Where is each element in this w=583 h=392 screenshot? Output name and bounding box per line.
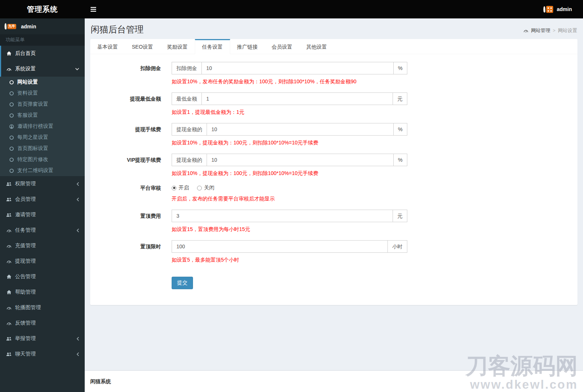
- user-avatar: [543, 6, 553, 13]
- tab-reward-settings[interactable]: 奖励设置: [160, 39, 195, 54]
- withdraw-fee-input-group: 提现金额的%: [172, 123, 407, 136]
- sidebar-item-label: 后台首页: [15, 50, 36, 57]
- sidebar-subitem-invite-ranking-settings[interactable]: 邀请排行榜设置: [0, 121, 85, 132]
- sidebar-toggle-button[interactable]: [85, 0, 102, 18]
- avatar-badge: 九牛: [7, 24, 16, 29]
- sidebar-item-label: 权限管理: [15, 181, 36, 187]
- pin-fee-input-group: 元: [172, 210, 407, 222]
- circle-o-icon: [8, 80, 14, 85]
- tab-promo-link[interactable]: 推广链接: [230, 39, 265, 54]
- sidebar-subitem-label: 首页图标设置: [17, 145, 48, 152]
- sidebar-item-member-mgmt[interactable]: 会员管理: [0, 192, 85, 207]
- chevron-left-icon: [77, 352, 79, 356]
- pin-fee-suffix-addon: 元: [393, 210, 407, 222]
- sidebar-subitem-specific-image-edit[interactable]: 特定图片修改: [0, 154, 85, 165]
- sidebar-item-announcement-mgmt[interactable]: 公告管理: [0, 269, 85, 284]
- top-navbar: 管理系统 admin: [0, 0, 583, 18]
- sidebar-subitem-home-popup-settings[interactable]: 首页弹窗设置: [0, 99, 85, 110]
- radio-icon: [172, 186, 176, 190]
- sidebar-item-label: 帮助管理: [15, 289, 36, 295]
- platform-audit-hint: 开启后，发布的任务需要平台审核后才能显示: [172, 195, 407, 202]
- sidebar-item-chat-mgmt[interactable]: 聊天管理: [0, 346, 85, 362]
- form-row-pin-fee: 置顶费用元如设置15，置顶费用为每小时15元: [90, 210, 577, 233]
- tab-other-settings[interactable]: 其他设置: [299, 39, 334, 54]
- deduct-commission-input[interactable]: [201, 62, 394, 74]
- pin-hours-hint: 如设置5，最多能置顶5个小时: [172, 256, 407, 263]
- sidebar-item-permission-mgmt[interactable]: 权限管理: [0, 176, 85, 192]
- platform-audit-option-0[interactable]: 开启: [172, 185, 189, 191]
- sidebar-avatar: 九牛: [4, 23, 16, 29]
- platform-audit-option-1[interactable]: 关闭: [197, 185, 214, 191]
- circle-o-icon: [8, 102, 14, 107]
- tab-basic-settings[interactable]: 基本设置: [90, 39, 125, 54]
- chevron-left-icon: [77, 197, 79, 202]
- user-menu[interactable]: admin: [543, 6, 583, 13]
- form-row-pin-hours: 置顶限时小时如设置5，最多能置顶5个小时: [90, 240, 577, 263]
- sidebar-item-system-settings[interactable]: 系统设置: [0, 61, 85, 77]
- withdraw-fee-hint: 如设置10%，提现金额为：100元，则扣除100*10%=10元手续费: [172, 139, 407, 146]
- vip-withdraw-fee-hint: 如设置10%，提现金额为：100元，则扣除100*10%=10元手续费: [172, 169, 407, 177]
- user-circle-icon: [8, 124, 14, 129]
- sidebar-subitem-home-icon-settings[interactable]: 首页图标设置: [0, 143, 85, 154]
- radio-option-label: 关闭: [204, 185, 214, 191]
- tab-seo-settings[interactable]: SEO设置: [125, 39, 160, 54]
- sidebar-subitem-label: 支付二维码设置: [17, 167, 53, 174]
- content-wrapper: 闲猫后台管理 网站管理 > 网站设置 基本设置SEO设置奖励设置任务设置推广链接…: [85, 18, 583, 370]
- withdraw-fee-label: 提现手续费: [90, 123, 172, 146]
- withdraw-min-hint: 如设置1，提现最低金额为：1元: [172, 108, 407, 116]
- pin-fee-label: 置顶费用: [90, 210, 172, 233]
- sidebar-item-withdraw-mgmt[interactable]: 提现管理: [0, 253, 85, 269]
- brand-title[interactable]: 管理系统: [0, 0, 85, 18]
- sidebar-user-panel[interactable]: 九牛 admin: [0, 18, 85, 34]
- sidebar-item-label: 公告管理: [15, 273, 36, 280]
- sidebar-item-help-mgmt[interactable]: 帮助管理: [0, 284, 85, 300]
- sidebar-item-report-mgmt[interactable]: 举报管理: [0, 331, 85, 346]
- breadcrumb-section[interactable]: 网站管理: [531, 27, 550, 34]
- users-icon: [6, 197, 12, 202]
- pin-hours-input-group: 小时: [172, 240, 407, 253]
- pin-fee-field: 元如设置15，置顶费用为每小时15元: [172, 210, 407, 233]
- sidebar-subitem-weekly-star-settings[interactable]: 每周之星设置: [0, 132, 85, 143]
- sidebar-subitem-payment-qrcode-settings[interactable]: 支付二维码设置: [0, 165, 85, 176]
- sidebar-subitem-site-settings[interactable]: 网站设置: [0, 77, 85, 88]
- chevron-left-icon: [77, 337, 79, 341]
- vip-withdraw-fee-input[interactable]: [207, 154, 394, 166]
- withdraw-fee-input[interactable]: [207, 123, 394, 136]
- deduct-commission-label: 扣除佣金: [90, 62, 172, 85]
- sidebar-subitem-customer-service-settings[interactable]: 客服设置: [0, 110, 85, 121]
- vip-withdraw-fee-suffix-addon: %: [394, 154, 407, 166]
- sidebar-username: admin: [21, 24, 36, 29]
- hamburger-icon: [91, 7, 96, 12]
- sidebar-item-feedback-mgmt[interactable]: 反馈管理: [0, 315, 85, 331]
- sidebar-item-carousel-mgmt[interactable]: 轮播图管理: [0, 300, 85, 315]
- sidebar-subitem-label: 首页弹窗设置: [17, 101, 48, 108]
- sidebar-item-invite-mgmt[interactable]: 邀请管理: [0, 207, 85, 223]
- deduct-commission-suffix-addon: %: [394, 62, 407, 74]
- tab-task-settings[interactable]: 任务设置: [195, 39, 230, 54]
- pin-fee-input[interactable]: [172, 210, 393, 222]
- sidebar-subitem-label: 特定图片修改: [17, 156, 48, 163]
- submit-button[interactable]: 提交: [172, 277, 193, 289]
- withdraw-min-input[interactable]: [201, 92, 393, 105]
- sidebar-item-recharge-mgmt[interactable]: 充值管理: [0, 238, 85, 253]
- sidebar-subitem-profile-settings[interactable]: 资料设置: [0, 88, 85, 99]
- platform-audit-label: 平台审核: [90, 184, 172, 202]
- vip-withdraw-fee-field: 提现金额的%如设置10%，提现金额为：100元，则扣除100*10%=10元手续…: [172, 154, 407, 177]
- pin-fee-hint: 如设置15，置顶费用为每小时15元: [172, 225, 407, 233]
- deduct-commission-input-group: 扣除佣金%: [172, 62, 407, 74]
- sidebar-item-task-mgmt[interactable]: 任务管理: [0, 223, 85, 238]
- sidebar-subitem-label: 邀请排行榜设置: [17, 123, 53, 130]
- content-header: 闲猫后台管理 网站管理 > 网站设置: [85, 18, 583, 39]
- pin-hours-input[interactable]: [172, 240, 388, 253]
- sidebar-item-label: 聊天管理: [15, 351, 36, 357]
- page-title: 闲猫后台管理: [91, 24, 577, 35]
- withdraw-min-input-group: 最低金额元: [172, 92, 407, 105]
- sidebar-subitem-label: 每周之星设置: [17, 134, 48, 141]
- circle-o-icon: [8, 168, 14, 173]
- chevron-left-icon: [77, 182, 79, 186]
- home-icon: [6, 51, 12, 56]
- breadcrumb-separator: >: [553, 28, 555, 33]
- sidebar-item-dashboard-home[interactable]: 后台首页: [0, 46, 85, 61]
- tab-member-settings[interactable]: 会员设置: [265, 39, 299, 54]
- sidebar-item-label: 系统设置: [15, 66, 36, 72]
